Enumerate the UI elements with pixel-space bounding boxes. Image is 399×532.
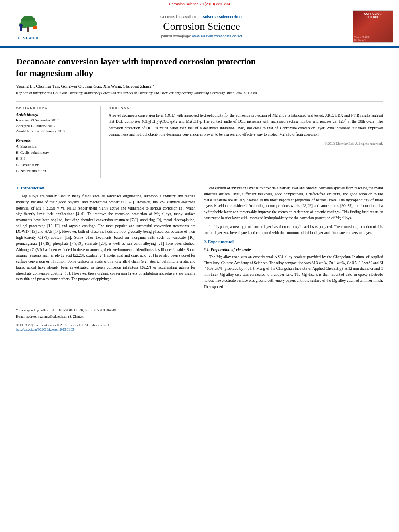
abstract-text: A novel decanoate conversion layer (DCL)…: [109, 113, 383, 137]
keyword-2: B. Cyclic voltammetry: [16, 150, 95, 156]
body-content: 1. Introduction Mg alloys are widely use…: [16, 185, 383, 293]
keyword-4: C. Passive films: [16, 162, 95, 168]
cover-bottom-text: Volume 70, 2013pp. 229–234: [354, 36, 391, 41]
authors-text: Yeping Li, Chunhui Tan, Gongwei Qi, Jing…: [16, 84, 155, 88]
keyword-3: B. EIS: [16, 156, 95, 162]
footer-doi[interactable]: http://dx.doi.org/10.1016/j.corsci.2013.…: [16, 328, 383, 331]
journal-cover-area: CORROSION SCIENCE Volume 70, 2013pp. 229…: [351, 10, 395, 43]
main-content: Decanoate conversion layer with improved…: [0, 48, 399, 301]
keywords-group: Keywords: A. Magnesium B. Cyclic voltamm…: [16, 138, 95, 174]
journal-cover: CORROSION SCIENCE Volume 70, 2013pp. 229…: [353, 10, 393, 43]
section1-right-para2: In this paper, a new type of barrier lay…: [204, 224, 383, 236]
article-title: Decanoate conversion layer with improved…: [16, 56, 383, 79]
cover-title: CORROSION SCIENCE: [364, 12, 381, 19]
keywords-list: A. Magnesium B. Cyclic voltammetry B. EI…: [16, 144, 95, 174]
journal-title-area: Contents lists available at SciVerse Sci…: [56, 10, 347, 43]
journal-citation: Corrosion Science 70 (2013) 229–234: [169, 2, 230, 6]
journal-title: Corrosion Science: [163, 21, 240, 33]
svg-rect-4: [27, 27, 29, 32]
elsevier-tree-icon: [16, 13, 40, 35]
history-group: Article history: Received 29 September 2…: [16, 113, 95, 134]
abstract-column: ABSTRACT A novel decanoate conversion la…: [109, 106, 383, 178]
svg-rect-6: [20, 27, 22, 31]
article-info-abstract-section: ARTICLE INFO Article history: Received 2…: [16, 101, 383, 178]
article-info-label: ARTICLE INFO: [16, 106, 95, 109]
footnote-star: * Corresponding author. Tel.: +86 531 88…: [16, 308, 383, 313]
footnote-star-text: * Corresponding author. Tel.: +86 531 88…: [16, 308, 117, 312]
elsevier-label: ELSEVIER: [18, 36, 39, 40]
copyright: © 2013 Elsevier Ltd. All rights reserved…: [109, 142, 383, 146]
journal-header: ELSEVIER Contents lists available at Sci…: [0, 7, 399, 47]
history-label: Article history:: [16, 113, 95, 117]
accepted-line: Accepted 19 January 2013: [16, 123, 95, 129]
section1-right-para1: conversion or inhibition layer is to pro…: [204, 185, 383, 221]
authors-line: Yeping Li, Chunhui Tan, Gongwei Qi, Jing…: [16, 84, 383, 88]
footer-issn: 0010-938X/$ - see front matter © 2013 El…: [16, 323, 383, 328]
article-info-column: ARTICLE INFO Article history: Received 2…: [16, 106, 101, 178]
journal-homepage: journal homepage: www.elsevier.com/locat…: [161, 34, 242, 38]
section2-heading: 2. Experimental: [204, 239, 383, 244]
section21-heading: 2.1. Preparation of electrode: [204, 247, 383, 252]
sciverse-line: Contents lists available at SciVerse Sci…: [160, 15, 243, 19]
homepage-link[interactable]: www.elsevier.com/locate/corsci: [192, 34, 242, 38]
body-right-column: conversion or inhibition layer is to pro…: [204, 185, 383, 293]
journal-top-bar: Corrosion Science 70 (2013) 229–234: [0, 0, 399, 7]
body-left-column: 1. Introduction Mg alloys are widely use…: [16, 185, 195, 293]
page-footer: * Corresponding author. Tel.: +86 531 88…: [0, 305, 399, 334]
contents-text: Contents lists available at: [160, 15, 202, 19]
abstract-label: ABSTRACT: [109, 106, 383, 109]
elsevier-logo: ELSEVIER: [16, 13, 40, 40]
footnote-email: E-mail address: syzhang@sdu.edu.cn (S. Z…: [16, 314, 383, 319]
section1-heading: 1. Introduction: [16, 185, 195, 190]
footnote-email-text: E-mail address: syzhang@sdu.edu.cn (S. Z…: [16, 314, 84, 318]
available-line: Available online 29 January 2013: [16, 129, 95, 134]
affiliation: Key Lab of Interface and Colloidal Chemi…: [16, 91, 383, 95]
received-line: Received 29 September 2012: [16, 118, 95, 123]
keywords-label: Keywords:: [16, 138, 95, 142]
sciverse-link[interactable]: SciVerse ScienceDirect: [203, 15, 243, 19]
section21-para1: The Mg alloy used was an experimental AZ…: [204, 254, 383, 290]
svg-point-5: [19, 24, 23, 27]
elsevier-logo-area: ELSEVIER: [4, 10, 52, 43]
keyword-1: A. Magnesium: [16, 144, 95, 150]
doi-text[interactable]: http://dx.doi.org/10.1016/j.corsci.2013.…: [16, 328, 76, 331]
section1-para1: Mg alloys are widely used in many fields…: [16, 193, 195, 282]
keyword-5: C. Neutral inhibition: [16, 168, 95, 174]
